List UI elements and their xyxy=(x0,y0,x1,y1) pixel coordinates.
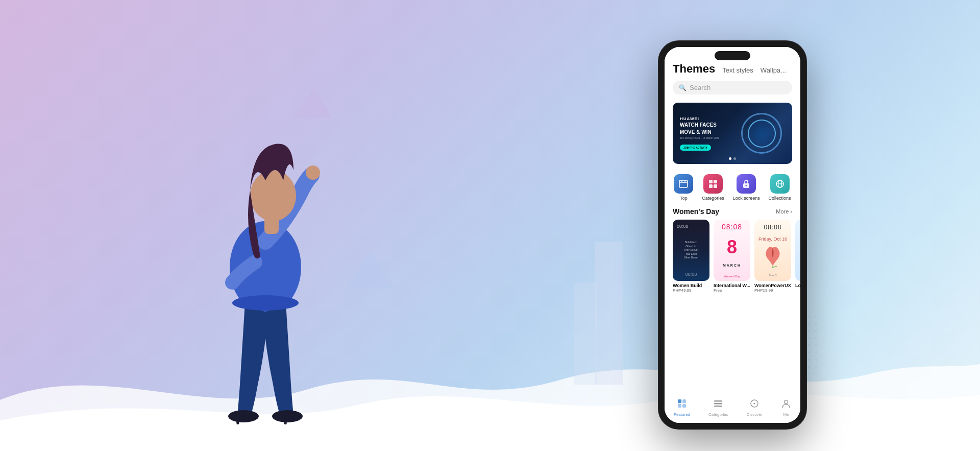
iw-time: 08:08 xyxy=(722,223,742,231)
category-top[interactable]: Top xyxy=(674,174,693,201)
nav-wallpapers[interactable]: Wallpa... xyxy=(761,66,786,74)
nav-featured[interactable]: Featured xyxy=(674,398,690,417)
theme-card-women-power[interactable]: 08:08 Friday, Oct 16 xyxy=(754,220,791,293)
phone-title-row: Themes Text styles Wallpa... xyxy=(673,62,792,76)
banner-dot-1[interactable] xyxy=(729,157,731,160)
svg-point-8 xyxy=(232,295,299,311)
svg-point-27 xyxy=(754,403,755,405)
phone-content: Themes Text styles Wallpa... 🔍 Search HU… xyxy=(665,47,800,423)
theme-card-women-build[interactable]: 08:08 Build EachOther Up.They Do NotTear… xyxy=(673,220,709,293)
app-title: Themes xyxy=(673,62,715,76)
svg-rect-23 xyxy=(714,400,722,402)
svg-rect-20 xyxy=(682,399,686,403)
svg-point-1 xyxy=(306,165,320,180)
womens-day-section-header: Women's Day More › xyxy=(665,205,800,220)
svg-rect-19 xyxy=(678,399,681,403)
phone-screen: Themes Text styles Wallpa... 🔍 Search HU… xyxy=(665,47,800,423)
search-icon: 🔍 xyxy=(679,84,687,91)
iw-eight: 8 xyxy=(727,238,737,256)
phone-mockup: Themes Text styles Wallpa... 🔍 Search HU… xyxy=(658,41,806,429)
svg-point-2 xyxy=(250,170,296,221)
intl-content: 08:08 8 MARCH Women's Day xyxy=(714,220,750,281)
banner-date: 19 February 2021 - 14 March 2021 xyxy=(680,136,719,139)
banner-text-area: HUAWEI WATCH FACES MOVE & WIN 19 Februar… xyxy=(673,110,726,157)
categories-nav-icon xyxy=(713,398,723,411)
theme-card-lo[interactable]: Lo... xyxy=(795,220,800,293)
svg-rect-13 xyxy=(714,184,717,188)
theme-price-power: PHP19.99 xyxy=(754,288,791,293)
svg-point-4 xyxy=(228,410,259,422)
nav-me[interactable]: Me xyxy=(781,398,791,417)
top-icon xyxy=(674,174,693,194)
building-decoration-2 xyxy=(574,282,597,385)
me-nav-icon xyxy=(781,398,791,411)
wp-time: 08:08 xyxy=(764,224,782,231)
power-content: 08:08 Friday, Oct 16 xyxy=(754,220,791,281)
banner-cta-button[interactable]: JOIN THE ACTIVITY xyxy=(680,145,711,151)
category-collections[interactable]: Collections xyxy=(769,174,791,201)
theme-name-intl: International W... xyxy=(714,283,750,288)
iw-subtitle: Women's Day xyxy=(724,275,740,278)
lock-screens-icon xyxy=(737,174,756,194)
themes-row: 08:08 Build EachOther Up.They Do NotTear… xyxy=(665,220,800,293)
theme-name-power: WomenPowerUX xyxy=(754,283,791,288)
svg-rect-10 xyxy=(709,180,713,183)
womens-day-title: Women's Day xyxy=(673,207,719,216)
iw-march: MARCH xyxy=(723,264,741,267)
svg-point-5 xyxy=(272,410,303,422)
banner-circle-inner xyxy=(748,120,776,148)
bottom-navigation: Featured Categories xyxy=(665,394,800,423)
category-top-label: Top xyxy=(680,196,688,201)
theme-img-women-build: 08:08 Build EachOther Up.They Do NotTear… xyxy=(673,220,709,281)
discover-nav-label: Discover xyxy=(747,412,763,417)
womens-day-more[interactable]: More › xyxy=(776,208,792,215)
promo-banner[interactable]: HUAWEI WATCH FACES MOVE & WIN 19 Februar… xyxy=(673,103,792,164)
svg-point-28 xyxy=(784,400,788,404)
wb-time: 08:08 xyxy=(675,224,689,229)
nav-discover[interactable]: Discover xyxy=(747,398,763,417)
phone-notch xyxy=(715,51,750,60)
categories-row: Top Categories xyxy=(665,168,800,205)
discover-nav-icon xyxy=(749,398,760,411)
category-lock-screens-label: Lock screens xyxy=(733,196,760,201)
me-nav-label: Me xyxy=(783,412,789,417)
theme-img-power: 08:08 Friday, Oct 16 xyxy=(754,220,791,281)
banner-brand: HUAWEI xyxy=(680,116,719,121)
person-illustration xyxy=(143,78,388,425)
theme-name-women-build: Women Build xyxy=(673,283,709,288)
nav-text-styles[interactable]: Text styles xyxy=(722,66,753,74)
search-placeholder: Search xyxy=(690,84,710,91)
search-bar[interactable]: 🔍 Search xyxy=(673,81,792,94)
svg-rect-11 xyxy=(714,180,717,183)
svg-rect-9 xyxy=(679,180,688,187)
theme-price-women-build: PHP49.99 xyxy=(673,288,709,293)
theme-img-lo xyxy=(795,220,800,281)
svg-rect-3 xyxy=(264,216,279,234)
category-categories[interactable]: Categories xyxy=(702,174,724,201)
category-lock-screens[interactable]: Lock screens xyxy=(733,174,760,201)
banner-indicators xyxy=(729,157,736,160)
svg-point-15 xyxy=(746,185,747,186)
svg-rect-12 xyxy=(709,184,713,188)
women-build-content: 08:08 Build EachOther Up.They Do NotTear… xyxy=(673,220,709,281)
svg-rect-25 xyxy=(714,406,722,407)
featured-nav-label: Featured xyxy=(674,412,690,417)
theme-price-intl: Free xyxy=(714,288,750,293)
featured-nav-icon xyxy=(677,398,687,411)
theme-name-lo: Lo... xyxy=(795,283,800,288)
banner-circle-decoration xyxy=(741,113,782,154)
phone-outer: Themes Text styles Wallpa... 🔍 Search HU… xyxy=(658,41,806,429)
categories-nav-label: Categories xyxy=(708,412,728,417)
theme-img-intl: 08:08 8 MARCH Women's Day xyxy=(714,220,750,281)
svg-rect-24 xyxy=(714,403,722,405)
banner-title: WATCH FACES xyxy=(680,122,719,128)
banner-subtitle: MOVE & WIN xyxy=(680,129,719,135)
category-collections-label: Collections xyxy=(769,196,791,201)
nav-categories-bottom[interactable]: Categories xyxy=(708,398,728,417)
collections-icon xyxy=(770,174,790,194)
banner-dot-2[interactable] xyxy=(733,157,736,160)
building-decoration-1 xyxy=(595,242,623,385)
theme-card-international-w[interactable]: 08:08 8 MARCH Women's Day International … xyxy=(714,220,750,293)
category-categories-label: Categories xyxy=(702,196,724,201)
categories-icon xyxy=(703,174,723,194)
